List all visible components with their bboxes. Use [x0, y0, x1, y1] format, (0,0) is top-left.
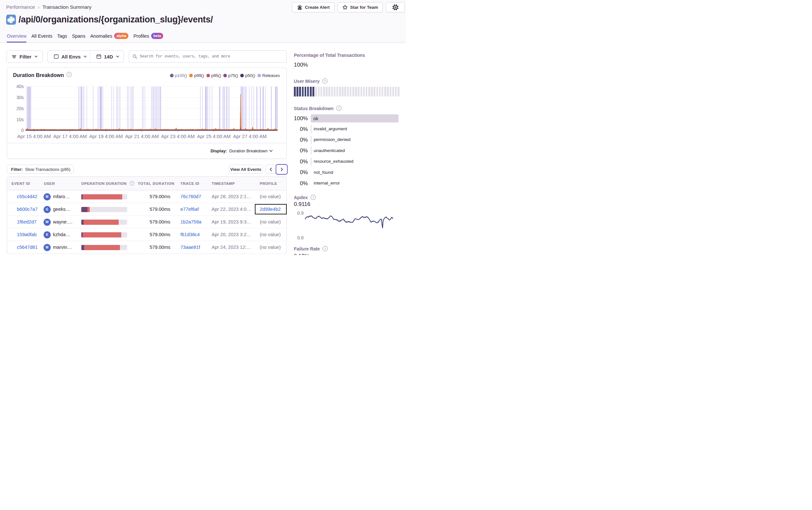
svg-text:Apr 15 4:00 AM: Apr 15 4:00 AM [17, 133, 51, 139]
svg-text:Apr 21 4:00 AM: Apr 21 4:00 AM [125, 133, 158, 139]
svg-text:0: 0 [21, 128, 24, 133]
svg-text:Apr 25 4:00 AM: Apr 25 4:00 AM [197, 133, 230, 139]
svg-text:Apr 19 4:00 AM: Apr 19 4:00 AM [89, 133, 122, 139]
svg-text:?: ? [131, 182, 133, 185]
svg-text:?: ? [338, 107, 340, 110]
svg-text:Apr 17 4:00 AM: Apr 17 4:00 AM [53, 133, 87, 139]
svg-text:20s: 20s [16, 106, 24, 111]
svg-text:30s: 30s [16, 95, 24, 100]
svg-text:Apr 27 4:00 AM: Apr 27 4:00 AM [233, 133, 266, 139]
svg-text:?: ? [324, 247, 326, 250]
svg-text:?: ? [312, 196, 314, 199]
svg-text:Apr 23 4:00 AM: Apr 23 4:00 AM [161, 133, 195, 139]
svg-text:40s: 40s [16, 84, 24, 89]
svg-text:10s: 10s [16, 117, 24, 122]
svg-text:?: ? [324, 79, 326, 83]
